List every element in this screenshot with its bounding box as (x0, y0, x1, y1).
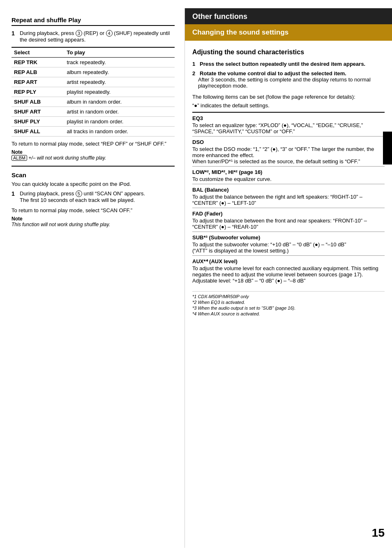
table-row: REP PLYplaylist repeatedly. (12, 87, 175, 97)
play-table: Select To play REP TRKtrack repeatedly.R… (12, 47, 175, 137)
right-content: Adjusting the sound characteristics 1 Pr… (185, 48, 392, 325)
right-step2-num: 2 (192, 70, 195, 76)
footnote-item: *2 When EQ3 is activated. (192, 300, 385, 305)
sound-item-body: To adjust the balance between the front … (192, 218, 385, 230)
scan-step1-content: During playback, press 5 until “SCAN ON”… (20, 190, 145, 203)
section-divider-scan (12, 166, 175, 167)
sound-item-body: To adjust the volume level for each conn… (192, 265, 385, 284)
table-cell-select: REP ART (12, 77, 64, 87)
sound-item: LOW*², MID*², HI*² (page 16)To customize… (192, 166, 385, 184)
footnotes: *1 CDX-M50IP/MR50IP only*2 When EQ3 is a… (192, 291, 385, 316)
side-tab (383, 132, 392, 164)
right-step2-sp (197, 70, 198, 76)
table-cell-select: REP PLY (12, 87, 64, 97)
right-column: Other functions Changing the sound setti… (185, 8, 392, 548)
right-step2-title: Rotate the volume control dial to adjust… (200, 70, 346, 76)
sound-item-body: To select the DSO mode: “1,” “2” (●), “3… (192, 146, 385, 164)
following1: The following items can be set (follow t… (192, 94, 385, 100)
step1-text-before: During playback, press (20, 30, 74, 36)
right-step1-num: 1 (192, 61, 195, 67)
adj-title: Adjusting the sound characteristics (192, 48, 385, 57)
col-select: Select (12, 47, 64, 58)
right-header-top: Other functions (185, 8, 392, 24)
table-cell-play: all tracks in random order. (64, 127, 175, 137)
repeat-shuffle-title: Repeat and shuffle Play (12, 16, 175, 26)
sound-item: FAD (Fader)To adjust the balance between… (192, 208, 385, 232)
table-cell-select: SHUF PLY (12, 117, 64, 127)
right-header-sub: Changing the sound settings (185, 24, 392, 41)
right-step1: 1 Press the select button repeatedly unt… (192, 61, 385, 67)
footnote-item: *1 CDX-M50IP/MR50IP only (192, 294, 385, 299)
sound-item-title: FAD (Fader) (192, 211, 385, 217)
table-row: SHUF ARTartist in random order. (12, 107, 175, 117)
sound-item-title: BAL (Balance) (192, 187, 385, 193)
table-cell-select: SHUF ALB (12, 97, 64, 107)
sound-item-body: To select an equalizer type: “XPLOD” (●)… (192, 122, 385, 134)
table-row: REP ALBalbum repeatedly. (12, 67, 175, 77)
sound-item: EQ3To select an equalizer type: “XPLOD” … (192, 112, 385, 136)
scan-step1-end: until “SCAN ON” appears. (83, 190, 145, 197)
steps-block: 1 Press the select button repeatedly unt… (192, 61, 385, 89)
footnote-item: *4 When AUX source is activated. (192, 311, 385, 316)
right-step1-sp (197, 61, 198, 67)
table-cell-play: artist in random order. (64, 107, 175, 117)
table-row: SHUF ALBalbum in random order. (12, 97, 175, 107)
table-cell-play: playlist in random order. (64, 117, 175, 127)
page-number: 15 (372, 526, 385, 540)
scan-step1-num: 1 (12, 190, 18, 197)
table-cell-select: REP TRK (12, 58, 64, 67)
sound-item-body: To adjust the subwoofer volume: “+10 dB”… (192, 241, 385, 254)
repeat-step1: 1 During playback, press 3 (REP) or 4 (S… (12, 30, 175, 43)
left-column: Repeat and shuffle Play 1 During playbac… (0, 8, 185, 548)
col-toplay: To play (64, 47, 175, 58)
table-row: SHUF PLYplaylist in random order. (12, 117, 175, 127)
scan-desc: You can quickly locate a specific point … (12, 181, 175, 187)
albm-badge: ALBM (12, 155, 27, 161)
right-step2-body: After 3 seconds, the setting is complete… (198, 76, 385, 89)
page-container: Repeat and shuffle Play 1 During playbac… (0, 0, 392, 556)
sound-item: DSOTo select the DSO mode: “1,” “2” (●),… (192, 136, 385, 166)
table-cell-play: playlist repeatedly. (64, 87, 175, 97)
footnote-item: *3 When the audio output is set to “SUB”… (192, 306, 385, 310)
table-cell-select: SHUF ART (12, 107, 64, 117)
note-body: +/– will not work during shuffle play. (28, 155, 106, 161)
sound-item: AUX*⁴ (AUX level)To adjust the volume le… (192, 255, 385, 285)
sound-item-body: To adjust the balance between the right … (192, 194, 385, 206)
table-cell-select: REP ALB (12, 67, 64, 77)
note-block: Note ALBM +/– will not work during shuff… (12, 149, 175, 161)
sound-item-title: SUB*³ (Subwoofer volume) (192, 234, 385, 241)
step1-number: 1 (12, 30, 18, 37)
scan-step1: 1 During playback, press 5 until “SCAN O… (12, 190, 175, 203)
sound-item-title: DSO (192, 139, 385, 145)
step1-mid: (REP) or (83, 30, 106, 36)
table-row: REP TRKtrack repeatedly. (12, 58, 175, 67)
table-cell-select: SHUF ALL (12, 127, 64, 137)
note-text: ALBM +/– will not work during shuffle pl… (12, 155, 106, 161)
scan-title: Scan (12, 171, 175, 178)
sound-item: SUB*³ (Subwoofer volume)To adjust the su… (192, 232, 385, 255)
scan-note-text: This function will not work during shuff… (12, 222, 110, 227)
sound-item-title: AUX*⁴ (AUX level) (192, 258, 385, 264)
table-cell-play: track repeatedly. (64, 58, 175, 67)
table-cell-play: album repeatedly. (64, 67, 175, 77)
scan-return-text: To return to normal play mode, select “S… (12, 207, 175, 213)
table-row: SHUF ALLall tracks in random order. (12, 127, 175, 137)
sound-item: BAL (Balance)To adjust the balance betwe… (192, 184, 385, 208)
step1-content: During playback, press 3 (REP) or 4 (SHU… (20, 30, 175, 43)
scan-note-label: Note (12, 216, 23, 222)
scan-step1-sub: The first 10 seconds of each track will … (20, 197, 135, 203)
scan-note-block: Note This function will not work during … (12, 216, 175, 227)
circle-5: 5 (76, 190, 82, 197)
right-step1-title: Press the select button repeatedly until… (200, 61, 365, 67)
sound-item-title: EQ3 (192, 115, 385, 121)
scan-step1-text: During playback, press (20, 190, 74, 197)
following2: “●” indicates the default settings. (192, 102, 385, 109)
circle-4: 4 (106, 30, 113, 37)
return-text: To return to normal play mode, select “R… (12, 141, 175, 147)
sound-item-title: LOW*², MID*², HI*² (page 16) (192, 169, 385, 175)
table-row: REP ARTartist repeatedly. (12, 77, 175, 87)
note-label: Note (12, 149, 23, 155)
table-cell-play: artist repeatedly. (64, 77, 175, 87)
table-cell-play: album in random order. (64, 97, 175, 107)
sound-item-body: To customize the equalizer curve. (192, 176, 385, 182)
